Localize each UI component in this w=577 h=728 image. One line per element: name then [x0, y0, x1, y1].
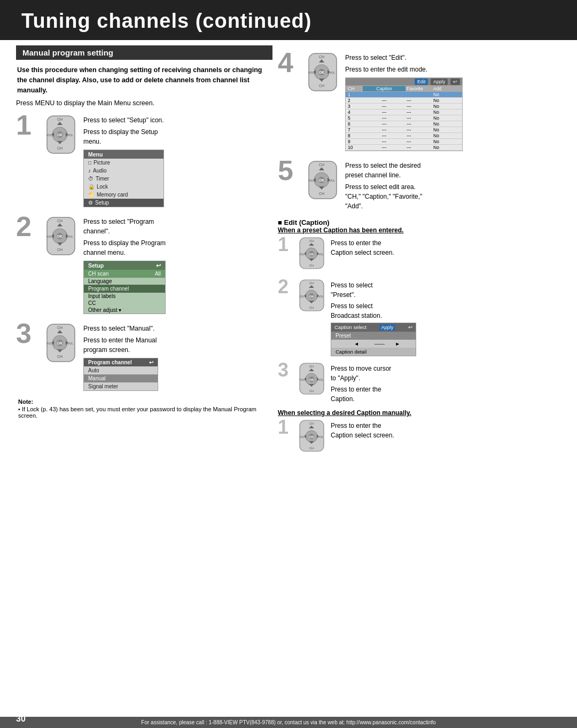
page-number: 30 [16, 714, 26, 724]
svg-text:VOL: VOL [308, 71, 314, 74]
step-4-block: 4 CH OK VOL VOL [278, 51, 561, 151]
svg-text:CH: CH [57, 355, 63, 358]
edit-caption-title: ■ Edit (Caption) [278, 218, 561, 226]
remote-4: CH OK VOL VOL CH [305, 51, 341, 96]
svg-text:VOL: VOL [299, 379, 305, 381]
svg-text:VOL: VOL [46, 342, 52, 345]
step-1-text-2: Press to display the Setupmenu. [83, 127, 164, 146]
svg-text:CH: CH [309, 264, 314, 267]
table-row: 1No [346, 92, 462, 98]
svg-text:VOL: VOL [318, 253, 324, 256]
sub-step-3-number: 3 [278, 361, 294, 380]
edit-caption-section: ■ Edit (Caption) When a preset Caption h… [278, 218, 561, 234]
table-row: 2------No [346, 98, 462, 104]
page-header: Tuning channels (continued) [0, 0, 577, 40]
step-1-block: 1 CH OK [16, 113, 272, 207]
step-3-text-1: Press to select "Manual". [83, 324, 158, 333]
svg-text:CH: CH [319, 163, 324, 167]
step-5-number: 5 [278, 156, 300, 184]
svg-text:OK: OK [319, 178, 325, 182]
sub-step-1-block: 1 CH OK VOL VOL [278, 236, 561, 273]
main-content: Manual program setting Use this procedur… [0, 40, 577, 461]
svg-text:VOL: VOL [330, 71, 335, 74]
svg-text:CH: CH [57, 326, 63, 330]
svg-text:CH: CH [57, 248, 63, 252]
right-column: 4 CH OK VOL VOL [278, 45, 561, 461]
svg-text:CH: CH [319, 192, 324, 195]
remote-2: CH OK VOL VOL CH [43, 215, 79, 260]
svg-text:VOL: VOL [299, 253, 305, 256]
remote-3: CH OK VOL VOL CH [43, 322, 79, 366]
sub-step-2-block: 2 CH OK VOL VOL [278, 278, 561, 356]
note-text: • If Lock (p. 43) has been set, you must… [18, 406, 272, 419]
step-2-text-1: Press to select "Programchannel". [83, 217, 166, 236]
table-row: 4------No [346, 109, 462, 115]
press-menu-text: Press MENU to display the Main Menu scre… [16, 99, 272, 107]
page-title: Tuning channels (continued) [21, 10, 556, 33]
svg-text:CH: CH [57, 219, 63, 223]
svg-text:VOL: VOL [299, 295, 305, 298]
step-3-block: 3 CH OK VOL VOL [16, 322, 272, 391]
svg-text:CH: CH [309, 389, 314, 393]
svg-text:OK: OK [57, 341, 63, 345]
note-title: Note: [18, 398, 33, 405]
sub-step-2-text-2: Press to selectBroadcast station. [331, 301, 416, 320]
svg-text:CH: CH [309, 239, 314, 242]
table-row: 3------No [346, 104, 462, 109]
remote-sub-1: CH OK VOL VOL CH [297, 236, 326, 273]
svg-text:CH: CH [319, 55, 324, 59]
step-1-text-1: Press to select "Setup" icon. [83, 115, 164, 125]
svg-text:CH: CH [57, 118, 63, 121]
svg-text:OK: OK [57, 234, 63, 238]
setup-menu-screenshot: Menu □Picture ♪Audio ⏱Timer 🔒Lock 📁Memor… [83, 150, 164, 207]
remote-sub-3: CH OK VOL VOL CH [297, 362, 326, 398]
step-4-number: 4 [278, 49, 300, 76]
svg-text:OK: OK [57, 133, 63, 137]
remote-5: CH OK VOL VOL CH [305, 159, 341, 203]
svg-text:VOL: VOL [330, 179, 335, 182]
step-3-text-2: Press to enter the Manualprogram screen. [83, 335, 158, 355]
svg-text:VOL: VOL [318, 295, 324, 298]
sub-step-3-text-2: Press to enter theCaption. [331, 385, 391, 404]
step-2-text-2: Press to display the Programchannel menu… [83, 238, 166, 257]
svg-text:CH: CH [319, 84, 324, 88]
edit-table-screenshot: Edit Apply ↩ CHCaptionFavoriteAdd 1No 2-… [345, 77, 463, 151]
caption-select-screenshot: Caption select Apply ↩ Preset ◄ —— ► [331, 323, 416, 356]
sub-step-manual-1-number: 1 [278, 418, 294, 437]
svg-text:OK: OK [309, 378, 315, 381]
step-5-text-1: Press to select the desiredpreset channe… [345, 161, 422, 180]
table-row: 9------No [346, 139, 462, 145]
svg-text:VOL: VOL [318, 436, 324, 439]
svg-text:OK: OK [309, 253, 315, 256]
svg-text:CH: CH [309, 447, 314, 450]
svg-text:VOL: VOL [68, 235, 73, 238]
svg-text:CH: CH [309, 365, 314, 368]
table-row: 5------No [346, 115, 462, 121]
svg-text:CH: CH [309, 281, 314, 285]
prog-menu-screenshot: Program channel↩ Auto Manual Signal mete… [83, 358, 158, 391]
sub-step-1-text: Press to enter theCaption select screen. [331, 238, 394, 257]
intro-text: Use this procedure when changing setting… [16, 65, 272, 95]
table-row: 6------No [346, 121, 462, 127]
sub-step-1-number: 1 [278, 235, 294, 254]
footer-text: For assistance, please call : 1-888-VIEW… [141, 719, 435, 725]
remote-manual-1: CH OK VOL VOL CH [297, 419, 326, 456]
sub-step-manual-1-text: Press to enter theCaption select screen. [331, 421, 394, 440]
edit-caption-subtitle: When a preset Caption has been entered. [278, 226, 561, 234]
svg-text:OK: OK [309, 435, 315, 439]
sub-step-3-text-1: Press to move cursorto "Apply". [331, 364, 391, 383]
sub-step-3-block: 3 CH OK VOL VOL [278, 362, 561, 404]
step-2-number: 2 [16, 213, 38, 240]
svg-text:CH: CH [57, 146, 63, 150]
section-heading: Manual program setting [16, 45, 272, 60]
note-section: Note: • If Lock (p. 43) has been set, yo… [16, 398, 272, 419]
step-5-text-2: Press to select edit area."CH," "Caption… [345, 182, 422, 211]
table-row: 7------No [346, 127, 462, 133]
svg-text:CH: CH [309, 306, 314, 309]
step-3-number: 3 [16, 319, 38, 347]
step-4-text-1: Press to select "Edit". [345, 53, 463, 62]
svg-text:OK: OK [309, 295, 315, 298]
step-4-text-2: Press to enter the edit mode. [345, 65, 463, 74]
step-5-block: 5 CH OK VOL VOL [278, 159, 561, 211]
svg-text:CH: CH [309, 422, 314, 425]
